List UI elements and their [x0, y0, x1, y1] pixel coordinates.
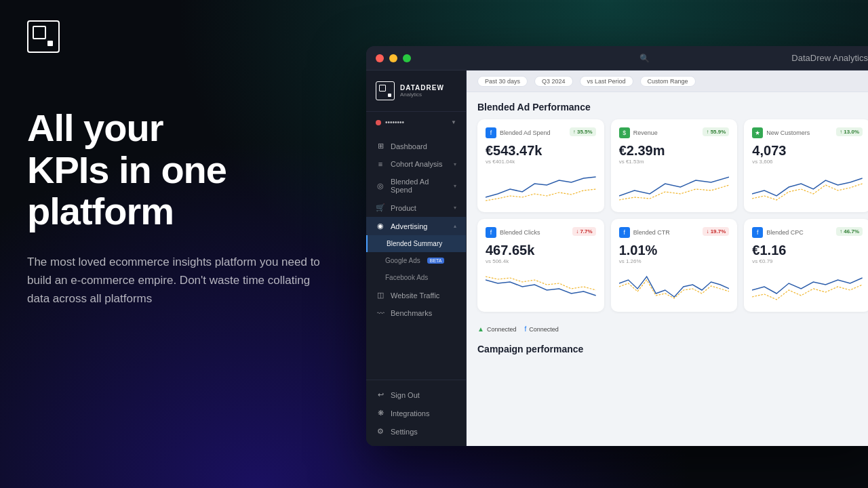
mini-chart-clicks [486, 270, 596, 304]
minimize-button-dot[interactable] [389, 54, 397, 62]
kpi-label-row: f Blended CTR [619, 227, 670, 238]
brand-sub: Analytics [400, 92, 444, 98]
sidebar-item-sign-out[interactable]: ↩ Sign Out [366, 386, 466, 404]
revenue-icon: $ [619, 127, 630, 138]
sidebar-brand: DATADREW Analytics [400, 84, 444, 98]
sidebar-item-cohort[interactable]: ≡ Cohort Analysis ▾ [366, 155, 466, 173]
kpi-vs: vs 3,606 [752, 159, 863, 165]
sidebar-item-facebook-ads[interactable]: Facebook Ads [366, 269, 466, 286]
facebook-ads-icon: f [524, 325, 526, 333]
date-pill-3[interactable]: vs Last Period [580, 76, 633, 87]
sidebar-item-blended-summary[interactable]: Blended Summary [366, 235, 466, 252]
kpi-header: f Blended CPC ↑ 46.7% [752, 227, 863, 238]
sidebar-item-google-ads[interactable]: Google Ads BETA [366, 252, 466, 269]
sidebar-item-label: Blended Ad Spend [391, 178, 448, 194]
caret-up-icon: ▴ [454, 223, 456, 229]
kpi-badge-negative: ↓ 7.7% [572, 227, 595, 236]
sidebar-item-benchmarks[interactable]: 〰 Benchmarks [366, 304, 466, 322]
product-icon: 🛒 [376, 203, 385, 212]
date-filter-strip: Past 30 days Q3 2024 vs Last Period Cust… [467, 70, 868, 92]
hero-heading: All yourKPIs in oneplatform [27, 107, 332, 232]
sidebar-item-website-traffic[interactable]: ◫ Website Traffic [366, 286, 466, 304]
sidebar-item-settings[interactable]: ⚙ Settings [366, 422, 466, 441]
kpi-header: f Blended Ad Spend ↑ 35.5% [486, 127, 596, 138]
date-pill-1[interactable]: Past 30 days [477, 76, 528, 87]
settings-icon: ⚙ [376, 427, 385, 436]
connected-row: ▲ Connected f Connected [467, 319, 868, 340]
browser-title: DataDrew Analytics [791, 53, 868, 63]
connected-label-facebook: Connected [529, 326, 559, 333]
sidebar-item-label: Website Traffic [391, 291, 439, 300]
kpi-label: Blended CPC [766, 229, 804, 236]
date-pill-2[interactable]: Q3 2024 [534, 76, 573, 87]
caret-icon: ▾ [454, 183, 456, 189]
kpi-label-row: f Blended Clicks [486, 227, 540, 238]
kpi-card-blended-clicks: f Blended Clicks ↓ 7.7% 467.65k vs 506.4… [477, 219, 604, 312]
sidebar-item-label: Cohort Analysis [391, 160, 442, 168]
facebook-connected-badge: f Connected [524, 325, 558, 333]
sidebar-item-label: Settings [391, 428, 418, 436]
facebook-icon: f [486, 227, 496, 238]
caret-icon: ▾ [454, 205, 456, 211]
sidebar-item-integrations[interactable]: ❋ Integrations [366, 404, 466, 422]
sidebar-item-label: Benchmarks [391, 309, 432, 317]
benchmarks-icon: 〰 [376, 309, 385, 317]
mini-chart-spend [486, 170, 596, 204]
kpi-label: New Customers [766, 129, 810, 136]
kpi-label-row: ★ New Customers [752, 127, 810, 138]
mini-chart-cpc [752, 270, 863, 304]
sidebar-header: DATADREW Analytics [366, 70, 466, 112]
browser-titlebar: 🔍 DataDrew Analytics [366, 46, 868, 70]
facebook-icon: f [619, 227, 630, 238]
search-icon: 🔍 [639, 54, 650, 63]
kpi-vs: vs €401.04k [486, 159, 596, 165]
sidebar-item-dashboard[interactable]: ⊞ Dashboard [366, 137, 466, 155]
google-connected-badge: ▲ Connected [477, 325, 516, 333]
kpi-card-revenue: $ Revenue ↑ 55.9% €2.39m vs €1.53m [611, 119, 738, 212]
maximize-button-dot[interactable] [403, 54, 411, 62]
kpi-label: Blended Clicks [500, 229, 540, 236]
beta-badge: BETA [427, 258, 445, 264]
app-content: DATADREW Analytics •••••••• ▼ ⊞ Dashboar… [366, 70, 868, 446]
date-pill-4[interactable]: Custom Range [640, 76, 696, 87]
mini-chart-revenue [619, 170, 730, 204]
kpi-value: €2.39m [619, 142, 730, 159]
kpi-badge-positive: ↑ 35.5% [570, 127, 596, 136]
kpi-header: f Blended Clicks ↓ 7.7% [486, 227, 596, 238]
kpi-label: Blended Ad Spend [500, 129, 551, 136]
kpi-vs: vs 1.26% [619, 258, 730, 264]
sidebar-item-label: Advertising [391, 222, 427, 230]
customer-icon: ◎ [376, 182, 385, 190]
sidebar-item-label: Integrations [391, 409, 429, 418]
sidebar-item-product[interactable]: 🛒 Product ▾ [366, 199, 466, 217]
kpi-label-row: $ Revenue [619, 127, 658, 138]
campaign-section-title: Campaign performance [467, 340, 868, 361]
workspace-selector[interactable]: •••••••• ▼ [366, 112, 466, 133]
sidebar: DATADREW Analytics •••••••• ▼ ⊞ Dashboar… [366, 70, 467, 446]
advertising-icon: ◉ [376, 222, 385, 230]
kpi-badge-positive: ↑ 55.9% [703, 127, 729, 136]
hero-text: All yourKPIs in oneplatform The most lov… [27, 107, 332, 468]
hero-subtext: The most loved ecommerce insights platfo… [27, 253, 332, 308]
kpi-label-row: f Blended Ad Spend [486, 127, 551, 138]
mini-chart-ctr [619, 270, 730, 304]
kpi-header: ★ New Customers ↑ 13.0% [752, 127, 863, 138]
close-button-dot[interactable] [376, 54, 384, 62]
kpi-value: 4,073 [752, 142, 863, 159]
left-panel: All yourKPIs in oneplatform The most lov… [0, 0, 359, 488]
workspace-status-dot [376, 120, 381, 125]
kpi-badge-negative: ↓ 19.7% [703, 227, 729, 236]
kpi-header: f Blended CTR ↓ 19.7% [619, 227, 730, 238]
kpi-card-blended-ctr: f Blended CTR ↓ 19.7% 1.01% vs 1.26% [611, 219, 738, 312]
kpi-label: Blended CTR [633, 229, 670, 236]
kpi-value: €1.16 [752, 242, 863, 258]
browser-window: 🔍 DataDrew Analytics DATADREW Analytics … [366, 46, 868, 446]
sidebar-item-customer[interactable]: ◎ Blended Ad Spend ▾ [366, 173, 466, 199]
sidebar-item-advertising[interactable]: ◉ Advertising ▴ [366, 217, 466, 235]
sidebar-item-label: Product [391, 204, 416, 212]
kpi-value: 467.65k [486, 242, 596, 258]
kpi-label-row: f Blended CPC [752, 227, 804, 238]
new-customers-icon: ★ [752, 127, 763, 138]
kpi-card-blended-ad-spend: f Blended Ad Spend ↑ 35.5% €543.47k vs €… [477, 119, 604, 212]
kpi-badge-positive: ↑ 46.7% [836, 227, 863, 236]
